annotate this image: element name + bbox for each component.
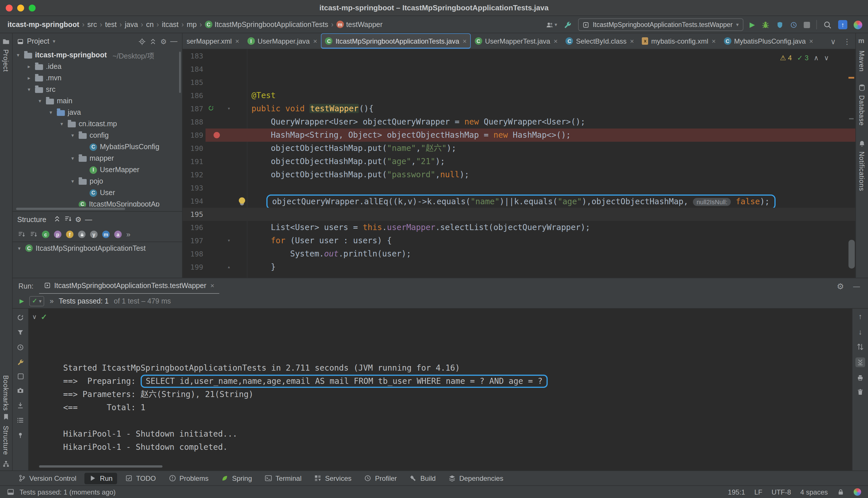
code-editor[interactable]: 183184185186@Test187▾public void testWap… (183, 49, 855, 278)
toolbar-overflow-icon[interactable]: » (126, 230, 130, 239)
hide-panel-button[interactable]: — (170, 37, 177, 45)
test-tree-root[interactable]: ∨ ✓ (32, 313, 47, 321)
toolwindow-button-terminal[interactable]: Terminal (260, 472, 306, 484)
minimize-window-button[interactable] (17, 4, 24, 12)
project-tree-item[interactable]: ▸.mvn (13, 72, 182, 84)
hide-structure-button[interactable]: — (85, 215, 92, 223)
stripe-bookmarks-label[interactable]: Bookmarks (2, 375, 9, 411)
project-tree-item[interactable]: CMybatisPlusConfig (13, 141, 182, 153)
tree-chevron-icon[interactable]: ▾ (48, 109, 54, 115)
code-line[interactable]: 195 (183, 208, 855, 221)
tree-chevron-icon[interactable]: ▾ (69, 179, 76, 184)
project-tree-item[interactable]: ▾src (13, 84, 182, 95)
inspections-widget[interactable]: ⚠ 4 ✓ 3 ∧ ∨ (780, 54, 829, 62)
console-horizontal-scrollbar[interactable] (39, 465, 163, 468)
stripe-structure-label[interactable]: Structure (2, 426, 9, 455)
toolwindow-button-run[interactable]: Run (85, 472, 117, 484)
tab-close-icon[interactable]: × (712, 37, 716, 45)
zoom-window-button[interactable] (29, 4, 36, 12)
stripe-database-label[interactable]: Database (858, 95, 865, 126)
tree-chevron-icon[interactable]: ▾ (26, 87, 32, 92)
thread-dump-icon[interactable] (17, 387, 24, 394)
show-methods-toggle-icon[interactable]: m (102, 231, 109, 238)
editor-tab[interactable]: CItcastMpSpringbootApplicationTests.java… (321, 33, 471, 49)
run-configuration-select[interactable]: ItcastMpSpringbootApplicationTests.testW… (578, 18, 743, 31)
show-fields-toggle-icon[interactable]: f (66, 231, 74, 238)
indent-style[interactable]: 4 spaces (800, 488, 828, 496)
code-line[interactable]: 188 QueryWrapper<User> objectQueryWrappe… (183, 115, 855, 129)
editor-tab[interactable]: IUserMapper.java× (243, 33, 321, 49)
toolwindow-button-problems[interactable]: Problems (164, 472, 213, 484)
scroll-up-icon[interactable]: ↑ (858, 312, 862, 321)
scroll-down-icon[interactable]: ↓ (858, 328, 862, 336)
tree-chevron-icon[interactable]: ▸ (26, 64, 32, 69)
breadcrumb-item[interactable]: mtestWapper (335, 21, 384, 28)
fold-marker-icon[interactable]: ▾ (227, 102, 231, 115)
editor-tab[interactable]: CMybatisPlusConfig.java× (720, 33, 817, 49)
rerun-tests-icon[interactable]: ▶ (20, 298, 24, 304)
tab-close-icon[interactable]: × (235, 37, 239, 45)
prev-problem-icon[interactable]: ∧ (814, 54, 819, 62)
project-tree-item[interactable]: ▾pojo (13, 175, 182, 187)
next-problem-icon[interactable]: ∨ (824, 54, 829, 62)
bell-icon[interactable] (858, 140, 866, 147)
structure-tree-item[interactable]: ▾ C ItcastMpSpringbootApplicationTest (13, 242, 182, 254)
code-line[interactable]: 192 objectObjectHashMap.put("password",n… (183, 168, 855, 181)
editor-vertical-scrollbar[interactable] (848, 240, 855, 268)
run-button[interactable]: ▶ (750, 21, 755, 29)
fold-marker-icon[interactable]: ▴ (227, 261, 231, 274)
tree-chevron-icon[interactable]: ▾ (69, 132, 76, 138)
status-message[interactable]: Tests passed: 1 (moments ago) (20, 488, 116, 496)
project-tree-item[interactable]: ▾java (13, 107, 182, 118)
close-icon[interactable]: × (210, 281, 215, 289)
intention-bulb-icon[interactable] (239, 197, 245, 204)
test-filter-dropdown[interactable]: ✓ ▾ (29, 296, 44, 306)
locate-file-button[interactable] (139, 38, 146, 45)
project-tree-item[interactable]: ▾cn.itcast.mp (13, 118, 182, 130)
project-horizontal-scrollbar[interactable] (16, 208, 125, 210)
pin-tab-icon[interactable] (17, 431, 24, 439)
project-panel-title[interactable]: Project (27, 37, 49, 45)
project-tree-item[interactable]: CItcastMpSpringbootAp (13, 198, 182, 207)
breakpoint-icon[interactable] (213, 132, 220, 138)
toolwindow-switcher-icon[interactable] (7, 488, 14, 496)
stripe-maven-label[interactable]: Maven (858, 51, 865, 72)
clear-console-icon[interactable] (856, 389, 864, 396)
test-history-icon[interactable] (17, 344, 24, 351)
maven-icon[interactable]: m (858, 37, 864, 45)
expand-icon[interactable]: » (50, 297, 54, 305)
fold-marker-icon[interactable]: ▾ (227, 234, 231, 247)
search-everywhere-button[interactable] (823, 21, 832, 29)
toolwindow-button-build[interactable]: Build (405, 472, 440, 484)
breadcrumb-item[interactable]: CItcastMpSpringbootApplicationTests (203, 21, 330, 28)
run-test-gutter-icon[interactable] (208, 105, 214, 111)
tree-chevron-icon[interactable]: ∨ (32, 313, 37, 321)
status-widget-icon[interactable] (854, 488, 861, 496)
panel-settings-button[interactable]: ⚙ (160, 37, 167, 45)
tab-close-icon[interactable]: × (809, 37, 813, 45)
build-wrench-icon[interactable] (563, 21, 572, 29)
expand-all-button[interactable] (53, 215, 61, 224)
tab-close-icon[interactable]: × (554, 37, 558, 45)
code-line[interactable]: 190 objectObjectHashMap.put("name","赵六")… (183, 142, 855, 155)
rerun-icon[interactable] (17, 314, 24, 321)
hide-run-panel-icon[interactable]: — (853, 282, 860, 290)
run-tab[interactable]: ItcastMpSpringbootApplicationTests.testW… (39, 278, 220, 294)
filter-tests-icon[interactable] (17, 329, 24, 336)
warnings-indicator[interactable]: ⚠ 4 (780, 54, 792, 62)
run-settings-wrench-icon[interactable] (17, 358, 24, 366)
tree-chevron-icon[interactable]: ▸ (26, 75, 32, 81)
code-line[interactable]: 191 objectObjectHashMap.put("age","21"); (183, 155, 855, 168)
import-results-icon[interactable] (17, 402, 24, 409)
tree-chevron-icon[interactable]: ▾ (59, 121, 65, 127)
file-encoding[interactable]: UTF-8 (772, 488, 791, 496)
breadcrumb-item[interactable]: src (86, 21, 99, 28)
profile-gradient-icon[interactable] (854, 21, 862, 29)
toolwindow-button-services[interactable]: Services (310, 472, 356, 484)
structure-panel-title[interactable]: Structure (17, 215, 46, 223)
tab-close-icon[interactable]: × (630, 37, 634, 45)
database-icon[interactable] (858, 84, 866, 91)
stripe-project-label[interactable]: Project (2, 49, 9, 72)
stripe-notifications-label[interactable]: Notifications (858, 152, 865, 191)
bookmark-icon[interactable] (2, 413, 10, 421)
